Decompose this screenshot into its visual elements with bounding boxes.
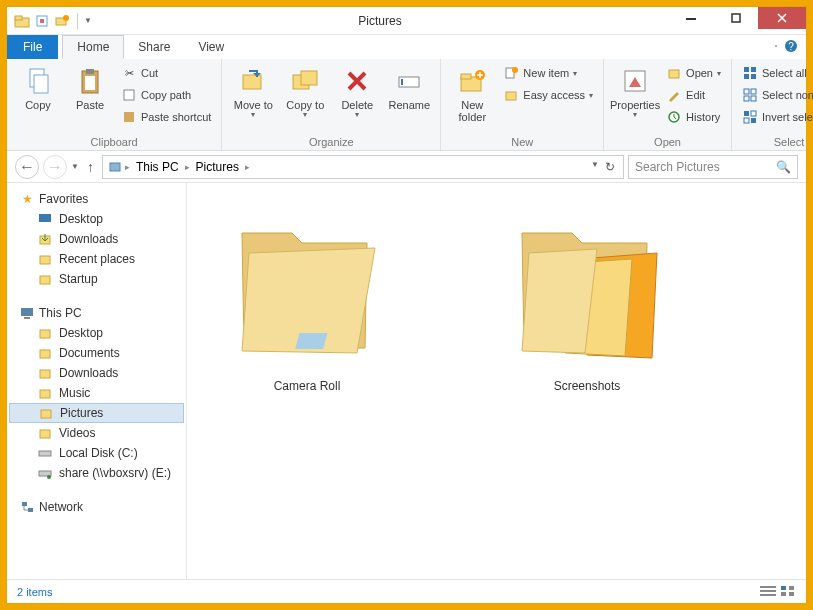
copypath-icon [121,87,137,103]
up-button[interactable]: ↑ [83,159,98,175]
properties-button[interactable]: Properties▾ [612,63,658,120]
edit-icon [666,87,682,103]
svg-rect-39 [744,111,749,116]
svg-rect-42 [751,118,756,123]
folder-app-icon [13,12,31,30]
open-button[interactable]: Open ▾ [664,63,723,83]
chevron-right-icon[interactable]: ▸ [185,162,190,172]
copy-button[interactable]: Copy [15,63,61,111]
sidebar-network[interactable]: Network [9,497,184,517]
search-icon: 🔍 [776,160,791,174]
window-title: Pictures [92,14,668,28]
folder-screenshots[interactable]: Screenshots [487,193,687,393]
svg-rect-66 [789,586,794,590]
qat-dropdown-icon[interactable]: ▼ [84,16,92,25]
content-area[interactable]: Camera Roll Screenshots [187,183,806,579]
sidebar-thispc[interactable]: This PC [9,303,184,323]
svg-rect-65 [781,586,786,590]
copy-to-button[interactable]: Copy to▾ [282,63,328,120]
sidebar-item-share[interactable]: share (\\vboxsrv) (E:) [9,463,184,483]
history-button[interactable]: History [664,107,723,127]
details-view-icon[interactable] [760,585,776,599]
sidebar-favorites[interactable]: ★Favorites [9,189,184,209]
minimize-button[interactable] [668,7,713,29]
select-all-button[interactable]: Select all [740,63,813,83]
folder-icon [37,365,53,381]
invert-selection-button[interactable]: Invert selection [740,107,813,127]
close-button[interactable] [758,7,806,29]
folder-icon [37,425,53,441]
location-icon [107,159,123,175]
icons-view-icon[interactable] [780,585,796,599]
home-tab[interactable]: Home [62,35,124,59]
svg-rect-53 [40,390,50,398]
copy-path-button[interactable]: Copy path [119,85,213,105]
paste-shortcut-button[interactable]: Paste shortcut [119,107,213,127]
search-input[interactable]: Search Pictures 🔍 [628,155,798,179]
file-tab[interactable]: File [7,35,58,59]
svg-rect-19 [301,71,317,85]
sidebar-item-documents[interactable]: Documents [9,343,184,363]
desktop-icon [37,211,53,227]
sidebar-item-music[interactable]: Music [9,383,184,403]
refresh-icon[interactable]: ↻ [605,160,615,174]
sidebar-item-videos[interactable]: Videos [9,423,184,443]
svg-rect-59 [22,502,27,506]
svg-rect-41 [744,118,749,123]
edit-button[interactable]: Edit [664,85,723,105]
chevron-right-icon[interactable]: ▸ [125,162,130,172]
svg-rect-60 [28,508,33,512]
sidebar-item-startup[interactable]: Startup [9,269,184,289]
svg-rect-27 [506,92,516,100]
sidebar-item-pc-desktop[interactable]: Desktop [9,323,184,343]
selectall-icon [742,65,758,81]
breadcrumb-thispc[interactable]: This PC [132,160,183,174]
sidebar-item-pc-downloads[interactable]: Downloads [9,363,184,383]
svg-rect-46 [40,256,50,264]
folder-camera-roll[interactable]: Camera Roll [207,193,407,393]
select-none-button[interactable]: Select none [740,85,813,105]
sidebar-item-desktop[interactable]: Desktop [9,209,184,229]
qat-properties-icon[interactable] [33,12,51,30]
rename-button[interactable]: Rename [386,63,432,111]
move-to-button[interactable]: Move to▾ [230,63,276,120]
sidebar-item-pictures[interactable]: Pictures [9,403,184,423]
breadcrumb-pictures[interactable]: Pictures [192,160,243,174]
organize-group-label: Organize [230,134,432,148]
svg-rect-31 [744,67,749,72]
address-dropdown-icon[interactable]: ▼ [591,160,599,174]
help-icon[interactable]: ? [784,39,798,57]
view-tab[interactable]: View [184,35,238,59]
back-button[interactable]: ← [15,155,39,179]
chevron-right-icon[interactable]: ▸ [245,162,250,172]
cut-button[interactable]: ✂Cut [119,63,213,83]
maximize-button[interactable] [713,7,758,29]
paste-button[interactable]: Paste [67,63,113,111]
new-item-button[interactable]: New item ▾ [501,63,595,83]
svg-rect-54 [41,410,51,418]
forward-button[interactable]: → [43,155,67,179]
sidebar-item-localdisk[interactable]: Local Disk (C:) [9,443,184,463]
easy-access-button[interactable]: Easy access ▾ [501,85,595,105]
address-bar[interactable]: ▸ This PC ▸ Pictures ▸ ▼ ↻ [102,155,624,179]
svg-rect-33 [744,74,749,79]
svg-rect-55 [40,430,50,438]
sidebar-item-recent[interactable]: Recent places [9,249,184,269]
svg-rect-63 [760,590,776,592]
recent-locations-icon[interactable]: ▼ [71,162,79,171]
qat-newfolder-icon[interactable] [53,12,71,30]
drive-icon [37,445,53,461]
sidebar-item-downloads[interactable]: Downloads [9,229,184,249]
svg-rect-21 [401,79,403,85]
downloads-icon [37,231,53,247]
svg-text:?: ? [788,41,794,52]
new-folder-button[interactable]: New folder [449,63,495,123]
share-tab[interactable]: Share [124,35,184,59]
svg-rect-6 [686,18,696,20]
minimize-ribbon-icon[interactable]: ˄ [774,44,778,53]
svg-point-26 [512,67,518,73]
delete-button[interactable]: Delete▾ [334,63,380,120]
svg-rect-35 [744,89,749,94]
open-icon [666,65,682,81]
folder-icon [497,193,677,373]
